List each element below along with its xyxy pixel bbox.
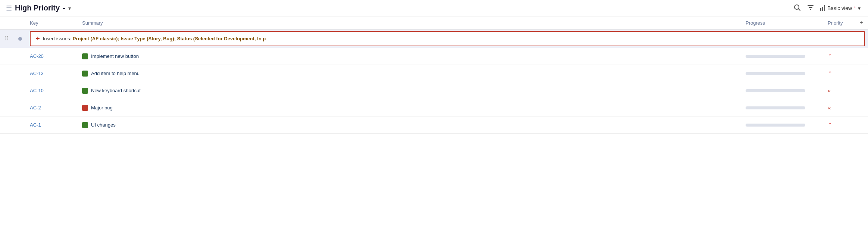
page-title-suffix: - bbox=[63, 4, 65, 12]
priority-highest-icon: « bbox=[828, 105, 831, 111]
issue-summary: Implement new button bbox=[79, 53, 743, 59]
priority-high-icon: ⌃ bbox=[828, 122, 833, 128]
summary-text: New keyboard shortcut bbox=[91, 88, 141, 93]
table-row: ⠿ AC-20 Implement new button ⌃ bbox=[0, 48, 868, 65]
progress-cell bbox=[743, 55, 825, 58]
th-summary: Summary bbox=[79, 20, 743, 26]
progress-cell bbox=[743, 89, 825, 92]
progress-bar-bg bbox=[746, 55, 805, 58]
insert-drag-handle: ⠿ bbox=[0, 35, 13, 42]
insert-row[interactable]: ⠿ + Insert issues: Project (AF classic);… bbox=[0, 29, 868, 48]
th-key: Key bbox=[27, 20, 79, 26]
columns-icon bbox=[820, 5, 825, 11]
page-header: ☰ High Priority - ▾ Basic view* ▾ bbox=[0, 0, 868, 16]
priority-high-icon: ⌃ bbox=[828, 71, 833, 76]
issue-type-icon bbox=[82, 105, 88, 111]
list-icon: ☰ bbox=[6, 4, 12, 12]
view-selector[interactable]: Basic view* ▾ bbox=[820, 5, 861, 11]
status-dot bbox=[18, 37, 22, 41]
issue-key[interactable]: AC-20 bbox=[27, 53, 79, 59]
issue-summary: UI changes bbox=[79, 122, 743, 128]
progress-cell bbox=[743, 106, 825, 109]
priority-cell: ⌃ bbox=[825, 71, 855, 76]
view-label: Basic view bbox=[827, 5, 852, 11]
table-row: ⠿ AC-10 New keyboard shortcut « bbox=[0, 82, 868, 99]
table-row: ⠿ AC-13 Add item to help menu ⌃ bbox=[0, 65, 868, 82]
priority-cell: « bbox=[825, 105, 855, 111]
search-icon[interactable] bbox=[793, 4, 801, 12]
progress-bar-bg bbox=[746, 89, 805, 92]
summary-text: UI changes bbox=[91, 122, 116, 128]
table-row: ⠿ AC-1 UI changes ⌃ bbox=[0, 116, 868, 134]
progress-bar-bg bbox=[746, 106, 805, 109]
issue-key[interactable]: AC-1 bbox=[27, 122, 79, 128]
priority-highest-icon: « bbox=[828, 88, 831, 93]
title-chevron-icon[interactable]: ▾ bbox=[68, 5, 71, 11]
summary-text: Major bug bbox=[91, 105, 113, 111]
header-left: ☰ High Priority - ▾ bbox=[6, 4, 71, 12]
priority-high-icon: ⌃ bbox=[828, 53, 833, 59]
priority-cell: ⌃ bbox=[825, 53, 855, 59]
issue-key[interactable]: AC-2 bbox=[27, 105, 79, 111]
table-header: Key Summary Progress Priority + bbox=[0, 16, 868, 29]
priority-cell: « bbox=[825, 88, 855, 93]
issue-key[interactable]: AC-10 bbox=[27, 88, 79, 93]
insert-content[interactable]: + Insert issues: Project (AF classic); I… bbox=[27, 29, 868, 48]
header-right: Basic view* ▾ bbox=[793, 4, 861, 12]
issue-type-icon bbox=[82, 71, 88, 77]
add-column-button[interactable]: + bbox=[855, 19, 868, 26]
insert-plus-icon: + bbox=[36, 35, 40, 43]
insert-description: Insert issues: Project (AF classic); Iss… bbox=[43, 36, 266, 41]
th-progress: Progress bbox=[743, 20, 825, 26]
page-title: High Priority bbox=[15, 4, 60, 12]
insert-dot bbox=[13, 37, 27, 41]
issue-table: Key Summary Progress Priority + ⠿ + Inse… bbox=[0, 16, 868, 134]
issue-type-icon bbox=[82, 88, 88, 94]
view-chevron-icon[interactable]: ▾ bbox=[858, 5, 861, 11]
table-row: ⠿ AC-2 Major bug « bbox=[0, 99, 868, 116]
summary-text: Implement new button bbox=[91, 53, 139, 59]
filter-icon[interactable] bbox=[807, 4, 814, 12]
issue-summary: Add item to help menu bbox=[79, 71, 743, 77]
insert-box[interactable]: + Insert issues: Project (AF classic); I… bbox=[30, 31, 865, 46]
progress-cell bbox=[743, 72, 825, 75]
insert-text-prefix: Insert issues: bbox=[43, 36, 73, 41]
th-priority: Priority bbox=[825, 20, 855, 26]
issue-summary: Major bug bbox=[79, 105, 743, 111]
insert-text-bold: Project (AF classic); Issue Type (Story,… bbox=[73, 36, 266, 41]
summary-text: Add item to help menu bbox=[91, 71, 140, 76]
issue-type-icon bbox=[82, 53, 88, 59]
rows-container: ⠿ AC-20 Implement new button ⌃ ⠿ AC-13 bbox=[0, 48, 868, 134]
progress-bar-bg bbox=[746, 124, 805, 127]
issue-summary: New keyboard shortcut bbox=[79, 88, 743, 94]
issue-type-icon bbox=[82, 122, 88, 128]
view-asterisk: * bbox=[854, 6, 856, 10]
progress-bar-bg bbox=[746, 72, 805, 75]
issue-key[interactable]: AC-13 bbox=[27, 71, 79, 76]
svg-line-1 bbox=[798, 9, 800, 11]
priority-cell: ⌃ bbox=[825, 122, 855, 128]
progress-cell bbox=[743, 124, 825, 127]
